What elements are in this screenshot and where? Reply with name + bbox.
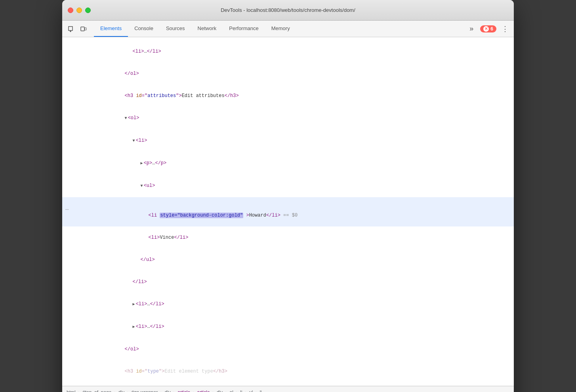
breadcrumb-ul[interactable]: ul <box>248 389 254 392</box>
tab-performance[interactable]: Performance <box>223 21 265 37</box>
maximize-button[interactable] <box>85 8 91 13</box>
devtools-body: <li>…</li> </ol> <h3 id="attributes">Edi… <box>62 37 514 392</box>
breadcrumb-gc-wrapper[interactable]: #gc-wrapper <box>130 389 159 392</box>
element-picker-icon[interactable] <box>65 23 76 34</box>
dom-line[interactable]: <h3 id="attributes">Edit attributes</h3> <box>62 85 514 107</box>
breadcrumb-div1[interactable]: div <box>117 389 126 392</box>
svg-rect-0 <box>69 27 72 30</box>
tab-memory[interactable]: Memory <box>265 21 296 37</box>
close-button[interactable] <box>68 8 73 13</box>
window-title: DevTools - localhost:8080/web/tools/chro… <box>221 7 355 13</box>
error-badge[interactable]: ✕ 6 <box>480 25 496 32</box>
dom-line[interactable]: ▼<ul> <box>62 175 514 197</box>
dom-line-selected[interactable]: … <li style="background-color:gold" >How… <box>62 197 514 226</box>
dom-line[interactable]: ▶<p>…</p> <box>62 152 514 175</box>
dom-line[interactable]: </ol> <box>62 338 514 360</box>
breadcrumb-html[interactable]: html <box>65 389 77 392</box>
breadcrumb-article1[interactable]: article <box>176 389 191 392</box>
settings-menu-button[interactable]: ⋮ <box>500 23 511 34</box>
breadcrumb-li2[interactable]: li <box>259 389 263 392</box>
toolbar-icons <box>65 23 89 34</box>
svg-rect-3 <box>81 27 84 31</box>
breadcrumb-li1[interactable]: li <box>239 389 243 392</box>
ellipsis-button[interactable]: … <box>65 205 69 212</box>
dom-line[interactable]: ▶<li>…</li> <box>62 293 514 316</box>
dom-line[interactable]: <li>…</li> <box>62 40 514 63</box>
tab-elements[interactable]: Elements <box>94 21 128 37</box>
more-tabs-button[interactable]: » <box>466 23 477 34</box>
devtools-window: DevTools - localhost:8080/web/tools/chro… <box>62 0 514 392</box>
breadcrumb-div2[interactable]: div <box>164 389 172 392</box>
breadcrumb-div3[interactable]: div <box>216 389 224 392</box>
tab-network[interactable]: Network <box>191 21 223 37</box>
dom-line[interactable]: </li> <box>62 271 514 293</box>
dom-line[interactable]: ▶<li>…</li> <box>62 316 514 338</box>
breadcrumb-ol[interactable]: ol <box>229 389 235 392</box>
traffic-lights <box>68 8 91 13</box>
devtools-toolbar: Elements Console Sources Network Perform… <box>62 21 514 37</box>
dom-line[interactable]: </ul> <box>62 249 514 271</box>
toolbar-right: » ✕ 6 ⋮ <box>466 23 511 34</box>
tab-console[interactable]: Console <box>128 21 160 37</box>
breadcrumb-article2[interactable]: article <box>196 389 211 392</box>
dom-line[interactable]: <li>Vince</li> <box>62 226 514 249</box>
dom-panel[interactable]: <li>…</li> </ol> <h3 id="attributes">Edi… <box>62 37 514 386</box>
svg-rect-4 <box>85 28 86 30</box>
device-toggle-icon[interactable] <box>78 23 89 34</box>
dom-line[interactable]: <h3 id="type">Edit element type</h3> <box>62 360 514 382</box>
dom-line[interactable]: ▼<li> <box>62 129 514 152</box>
titlebar: DevTools - localhost:8080/web/tools/chro… <box>62 0 514 21</box>
dom-line[interactable]: ▼<ol> <box>62 107 514 129</box>
breadcrumb-bar: html › #top_of_page › div › #gc-wrapper … <box>62 386 514 392</box>
tab-sources[interactable]: Sources <box>160 21 191 37</box>
error-icon: ✕ <box>483 26 489 32</box>
minimize-button[interactable] <box>76 8 82 13</box>
breadcrumb-top-of-page[interactable]: #top_of_page <box>81 389 113 392</box>
dom-line[interactable]: </ol> <box>62 63 514 85</box>
main-tabs: Elements Console Sources Network Perform… <box>94 21 466 37</box>
